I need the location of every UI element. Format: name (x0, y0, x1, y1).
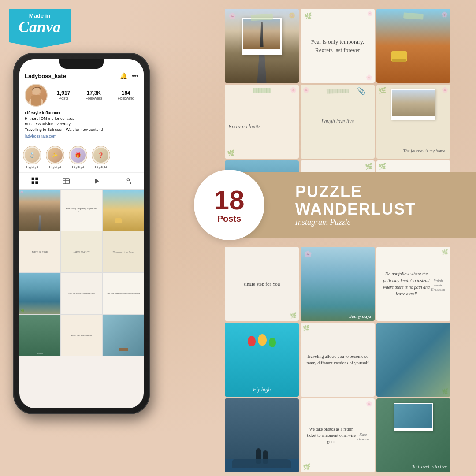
phone-grid-cell-9: Take only memories, leave only footprint… (103, 273, 144, 314)
highlight-label-3: Highlight (72, 166, 84, 169)
banner-title-line2: WANDERLUST (295, 200, 416, 218)
banner-background: 18 Posts PUZZLE WANDERLUST Instagram Puz… (216, 172, 476, 238)
highlight-inner-2: ✨ (48, 148, 63, 163)
fear-quote-text: Fear is only temporary. Regrets last for… (306, 37, 369, 55)
puzzle-cell-sunny-days: Sunny days Sunny days 🌸 (301, 247, 375, 321)
ig-username: Ladyboss_kate (25, 73, 66, 79)
phone-mockup: Ladyboss_kate 🔔 ••• (13, 53, 150, 414)
puzzle-grid-bottom-row3: 🌸 🌿 We take photos as a return ticket to… (225, 398, 463, 472)
phone-grid-cell-8: Step out of your comfort zone (61, 273, 102, 314)
svg-point-11 (127, 178, 129, 181)
svg-rect-7 (32, 182, 34, 184)
phone-outer: Ladyboss_kate 🔔 ••• (13, 53, 150, 414)
followers-count: 17,3K (86, 90, 103, 96)
posts-count-circle: 18 Posts (194, 170, 264, 240)
following-stat: 184 Following (118, 90, 134, 100)
ig-bio: Lifestyle influencer Hi there! DM me for… (25, 110, 138, 132)
journey-home-text: The journey is my home (403, 149, 445, 153)
banner-title: PUZZLE WANDERLUST (295, 183, 463, 218)
banner-section: 18 Posts PUZZLE WANDERLUST Instagram Puz… (216, 172, 476, 238)
svg-rect-6 (36, 178, 38, 180)
phone-grid-cell-7: 🌿 (19, 273, 60, 314)
more-icon[interactable]: ••• (132, 72, 138, 79)
following-count: 184 (118, 90, 134, 96)
followers-stat: 17,3K Followers (86, 90, 103, 100)
highlight-circle-3: 🎁 (69, 146, 87, 164)
highlight-circle-2: ✨ (46, 146, 64, 164)
puzzle-cell-travel-live: To travel is to live (376, 398, 450, 472)
puzzle-cell-desert: 🌸 (376, 9, 450, 83)
puzzle-cell-ticket-quote: 🌸 🌿 We take photos as a return ticket to… (301, 398, 375, 472)
highlight-inner-3: 🎁 (71, 148, 86, 163)
puzzle-cell-do-not-follow: 🌿 Do not follow where the path may lead.… (376, 247, 450, 321)
phone-grid-cell-4: Know no limits (19, 231, 60, 272)
do-not-follow-text: Do not follow where the path may lead. G… (382, 271, 431, 297)
puzzle-cell-coastal: 🌿 (376, 323, 450, 397)
highlight-label-4: Highlight (95, 166, 107, 169)
ig-header-icons: 🔔 ••• (120, 72, 138, 79)
highlight-2[interactable]: ✨ Highlight (46, 146, 64, 169)
puzzle-cell-fear-quote: 🌿 🌸 🌸 Fear is only temporary. Regrets la… (301, 9, 375, 83)
bio-line2: Business advice everyday. (25, 122, 71, 126)
highlight-label-1: Highlight (26, 166, 38, 169)
phone-grid-cell-5: Laugh love live (61, 231, 102, 272)
highlight-circle-4: ❓ (92, 146, 110, 164)
grid-tab[interactable] (19, 175, 51, 186)
svg-rect-9 (63, 178, 69, 184)
tagged-tab[interactable] (113, 175, 144, 186)
phone-grid: 🌸 Fear is only temporary. Regrets last f… (19, 190, 144, 356)
bio-line3: Travelling to Bali soon. Wait for new co… (25, 127, 103, 132)
banner-subtitle: Instagram Puzzle (295, 218, 463, 227)
following-label: Following (118, 96, 134, 100)
phone-grid-cell-10: Travel (19, 315, 60, 356)
puzzle-cell-balloons: Fly high (225, 323, 299, 397)
puzzle-cell-couple (225, 398, 299, 472)
puzzle-grid-bottom-row1: 🌿 single step for You Sunny days Sunny d… (225, 247, 463, 321)
canva-brand-text: Canva (19, 18, 61, 36)
instagram-header: Ladyboss_kate 🔔 ••• (19, 59, 144, 142)
phone-grid-cell-12 (103, 315, 144, 356)
phone-grid-cell-1: 🌸 (19, 190, 60, 231)
svg-rect-8 (36, 182, 38, 184)
canva-badge: Made in Canva (9, 9, 71, 48)
highlight-3[interactable]: 🎁 Highlight (69, 146, 87, 169)
phone-grid-cell-2: Fear is only temporary. Regrets last for… (61, 190, 102, 231)
profile-row: 1,917 Posts 17,3K Followers 184 Followin… (25, 84, 138, 107)
laugh-love-live-text: Laugh love live (321, 117, 354, 126)
video-tab[interactable] (82, 175, 113, 186)
highlight-4[interactable]: ❓ Highlight (92, 146, 110, 169)
puzzle-cell-road: 🌸 🌼 (225, 9, 299, 83)
puzzle-section-bottom: 🌿 single step for You Sunny days Sunny d… (225, 247, 463, 474)
posts-label: Posts (57, 96, 70, 100)
bio-line1: Hi there! DM me for collabs. (25, 116, 74, 121)
traveling-allows-text: Traveling allows you to become so many d… (305, 353, 370, 366)
single-step-text: single step for You (244, 280, 280, 288)
banner-number: 18 (214, 186, 245, 214)
reels-tab[interactable] (51, 175, 82, 186)
ig-tabs (19, 173, 144, 190)
ig-highlights-row: 💍 Highlight ✨ Highlight 🎁 Highlight (19, 142, 144, 173)
bio-link[interactable]: ladybosskate.com (25, 134, 138, 138)
phone-grid-cell-3 (103, 190, 144, 231)
phone-screen: Ladyboss_kate 🔔 ••• (19, 59, 144, 408)
highlight-1[interactable]: 💍 Highlight (23, 146, 41, 169)
puzzle-cell-know: 🌸 🌿 Know no limits (225, 85, 299, 159)
ticket-quote-text: We take photos as a return ticket to a m… (306, 426, 357, 445)
ig-stats: 1,917 Posts 17,3K Followers 184 Followin… (53, 90, 138, 100)
phone-notch (60, 59, 104, 69)
bell-icon[interactable]: 🔔 (120, 72, 127, 79)
followers-label: Followers (86, 96, 103, 100)
puzzle-grid-bottom-row2: Fly high 🌿 Traveling allows you to becom… (225, 323, 463, 397)
banner-posts-label: Posts (217, 214, 241, 224)
highlight-circle-1: 💍 (23, 146, 41, 164)
svg-rect-5 (32, 178, 34, 180)
highlight-label-2: Highlight (49, 166, 61, 169)
phone-grid-cell-6: The journey is my home (103, 231, 144, 272)
highlight-inner-4: ❓ (93, 148, 108, 163)
puzzle-cell-laugh: 🌸 📎 Laugh love live (301, 85, 375, 159)
phone-grid-cell-11: Don't quit your dreams (61, 315, 102, 356)
know-no-limits-text: Know no limits (228, 112, 295, 131)
username-row: Ladyboss_kate 🔔 ••• (25, 72, 138, 79)
svg-point-4 (32, 87, 40, 95)
posts-stat: 1,917 Posts (57, 90, 70, 100)
